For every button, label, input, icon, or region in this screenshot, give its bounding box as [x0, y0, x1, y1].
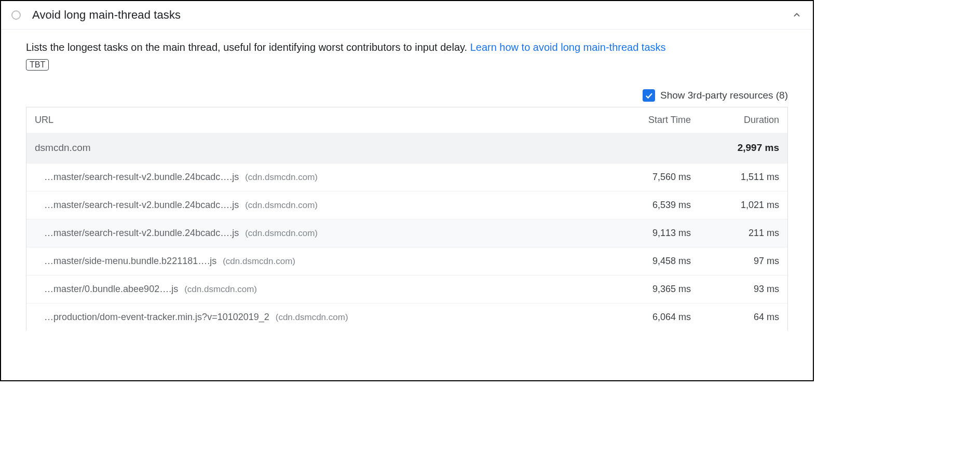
url-host: (cdn.dsmcdn.com) [245, 200, 318, 211]
url-path: …master/search-result-v2.bundle.24bcadc…… [44, 200, 239, 211]
col-start: Start Time [603, 115, 691, 126]
start-time: 7,560 ms [603, 172, 691, 183]
third-party-toggle-label: Show 3rd-party resources (8) [660, 90, 788, 101]
audit-body: Lists the longest tasks on the main thre… [1, 30, 813, 331]
table-row[interactable]: …production/dom-event-tracker.min.js?v=1… [26, 303, 787, 331]
status-circle-icon [11, 10, 21, 20]
url-cell: …master/search-result-v2.bundle.24bcadc…… [44, 228, 603, 239]
audit-title: Avoid long main-thread tasks [32, 8, 791, 22]
tbt-badge: TBT [26, 59, 49, 71]
duration: 64 ms [691, 312, 779, 323]
url-cell: …master/search-result-v2.bundle.24bcadc…… [44, 200, 603, 211]
url-path: …master/0.bundle.abee902….js [44, 284, 178, 295]
table-row[interactable]: …master/search-result-v2.bundle.24bcadc…… [26, 219, 787, 247]
url-cell: …master/0.bundle.abee902….js(cdn.dsmcdn.… [44, 284, 603, 295]
description-text: Lists the longest tasks on the main thre… [26, 42, 470, 53]
start-time: 6,539 ms [603, 200, 691, 211]
group-host: dsmcdn.com [35, 142, 603, 154]
audit-header[interactable]: Avoid long main-thread tasks [1, 1, 813, 30]
duration: 1,021 ms [691, 200, 779, 211]
url-cell: …production/dom-event-tracker.min.js?v=1… [44, 312, 603, 323]
duration: 97 ms [691, 256, 779, 267]
url-path: …master/search-result-v2.bundle.24bcadc…… [44, 228, 239, 239]
audit-panel: Avoid long main-thread tasks Lists the l… [1, 1, 813, 331]
audit-description: Lists the longest tasks on the main thre… [26, 40, 788, 55]
url-cell: …master/search-result-v2.bundle.24bcadc…… [44, 172, 603, 183]
learn-more-link[interactable]: Learn how to avoid long main-thread task… [470, 42, 666, 53]
url-path: …production/dom-event-tracker.min.js?v=1… [44, 312, 269, 323]
table-row[interactable]: …master/search-result-v2.bundle.24bcadc…… [26, 191, 787, 219]
duration: 1,511 ms [691, 172, 779, 183]
url-host: (cdn.dsmcdn.com) [245, 228, 318, 239]
url-host: (cdn.dsmcdn.com) [276, 312, 348, 323]
url-path: …master/side-menu.bundle.b221181….js [44, 256, 216, 267]
table-header: URL Start Time Duration [26, 107, 787, 133]
url-host: (cdn.dsmcdn.com) [223, 256, 295, 267]
third-party-toggle-row: Show 3rd-party resources (8) [26, 89, 788, 102]
table-row[interactable]: …master/side-menu.bundle.b221181….js(cdn… [26, 247, 787, 275]
col-duration: Duration [691, 115, 779, 126]
start-time: 9,458 ms [603, 256, 691, 267]
url-host: (cdn.dsmcdn.com) [245, 172, 318, 183]
group-row[interactable]: dsmcdn.com 2,997 ms [26, 133, 787, 163]
start-time: 6,064 ms [603, 312, 691, 323]
tasks-table: URL Start Time Duration dsmcdn.com 2,997… [26, 107, 788, 331]
third-party-checkbox[interactable] [643, 89, 655, 102]
chevron-up-icon[interactable] [791, 9, 802, 21]
url-path: …master/search-result-v2.bundle.24bcadc…… [44, 172, 239, 183]
url-cell: …master/side-menu.bundle.b221181….js(cdn… [44, 256, 603, 267]
duration: 93 ms [691, 284, 779, 295]
group-total: 2,997 ms [691, 142, 779, 154]
table-row[interactable]: …master/search-result-v2.bundle.24bcadc…… [26, 163, 787, 191]
url-host: (cdn.dsmcdn.com) [184, 284, 257, 295]
start-time: 9,113 ms [603, 228, 691, 239]
duration: 211 ms [691, 228, 779, 239]
col-url: URL [35, 115, 603, 126]
table-row[interactable]: …master/0.bundle.abee902….js(cdn.dsmcdn.… [26, 275, 787, 303]
start-time: 9,365 ms [603, 284, 691, 295]
